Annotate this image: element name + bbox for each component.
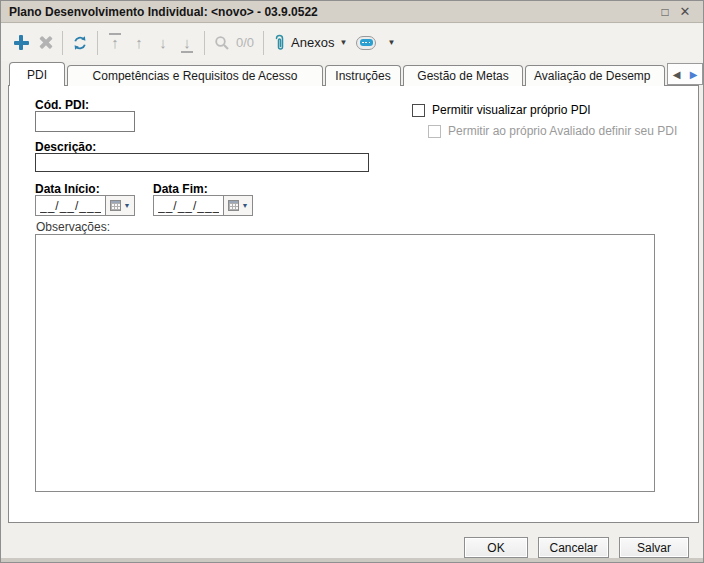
tab-scroll-left-button[interactable]: ◀ [668,64,685,84]
titlebar: Plano Desenvolvimento Individual: <novo>… [1,1,703,23]
move-bottom-button[interactable]: ↓ [175,30,199,56]
data-inicio-input[interactable] [35,195,105,216]
move-top-button[interactable]: ↑ [103,30,127,56]
observacoes-label: Observações: [36,220,110,234]
arrow-down-icon: ↓ [159,35,167,50]
tab-scroll-buttons: ◀ ▶ [667,63,703,85]
move-up-button[interactable]: ↑ [127,30,151,56]
search-button[interactable] [210,30,234,56]
tab-instrucoes[interactable]: Instruções [325,65,401,86]
checkbox-label: Permitir visualizar próprio PDI [432,103,591,117]
maximize-button[interactable]: □ [655,3,675,21]
add-icon [14,35,29,50]
close-button[interactable]: ✕ [675,3,695,21]
print-dropdown-arrow-icon: ▼ [387,39,395,47]
checkbox-label: Permitir ao próprio Avaliado definir seu… [448,124,677,138]
arrow-up-icon: ↑ [135,35,143,50]
data-fim-field: ▼ [153,195,253,216]
dropdown-arrow-icon: ▼ [242,202,249,209]
anexos-dropdown-arrow-icon: ▼ [339,39,347,47]
toolbar: ↑ ↑ ↓ ↓ 0/0 Anexos ▼ ▼ [1,24,703,61]
tab-avaliacao-desempenho[interactable]: Avaliação de Desemp [525,65,665,86]
checkbox-permitir-visualizar[interactable]: Permitir visualizar próprio PDI [412,103,591,117]
anexos-button[interactable]: Anexos ▼ [269,29,351,57]
refresh-button[interactable] [68,30,92,56]
tabbar: PDI Competências e Requisitos de Acesso … [9,62,667,86]
data-fim-input[interactable] [153,195,223,216]
search-icon [214,35,230,51]
cod-pdi-input[interactable] [35,111,135,132]
dropdown-arrow-icon: ▼ [124,202,131,209]
checkbox-icon [428,125,441,138]
checkbox-icon [412,104,425,117]
toolbar-separator [263,31,264,55]
arrow-up-bar-icon: ↑ [111,35,119,50]
data-inicio-calendar-button[interactable]: ▼ [105,195,135,216]
calendar-icon [110,200,121,211]
arrow-down-bar-icon: ↓ [183,35,191,50]
bottom-strip [1,558,703,563]
descricao-label: Descrição: [35,140,96,154]
add-button[interactable] [9,30,33,56]
pdi-dialog-window: Plano Desenvolvimento Individual: <novo>… [0,0,704,563]
tab-scroll-right-button[interactable]: ▶ [685,64,702,84]
toolbar-separator [97,31,98,55]
window-title: Plano Desenvolvimento Individual: <novo>… [9,5,655,19]
refresh-icon [72,35,88,51]
observacoes-textarea[interactable] [35,234,655,492]
move-down-button[interactable]: ↓ [151,30,175,56]
printer-icon [356,36,376,50]
data-inicio-label: Data Início: [35,182,100,196]
salvar-button[interactable]: Salvar [619,537,689,558]
descricao-input[interactable] [35,153,369,172]
paperclip-icon [273,34,286,52]
data-fim-calendar-button[interactable]: ▼ [223,195,253,216]
delete-button[interactable] [33,30,57,56]
tab-gestao-metas[interactable]: Gestão de Metas [403,65,523,86]
cod-pdi-label: Cód. PDI: [35,98,89,112]
ok-button[interactable]: OK [464,537,528,558]
print-button[interactable] [351,30,381,56]
cancelar-button[interactable]: Cancelar [538,537,609,558]
anexos-label: Anexos [291,35,334,50]
delete-icon [39,36,52,49]
toolbar-separator [204,31,205,55]
tab-pdi[interactable]: PDI [9,62,65,86]
record-counter: 0/0 [236,35,254,50]
tab-content-pdi: Cód. PDI: Permitir visualizar próprio PD… [8,85,699,523]
data-inicio-field: ▼ [35,195,135,216]
checkbox-permitir-definir: Permitir ao próprio Avaliado definir seu… [428,124,677,138]
toolbar-separator [62,31,63,55]
data-fim-label: Data Fim: [153,182,208,196]
calendar-icon [228,200,239,211]
tab-competencias[interactable]: Competências e Requisitos de Acesso [67,65,323,86]
print-dropdown-button[interactable]: ▼ [381,30,401,56]
